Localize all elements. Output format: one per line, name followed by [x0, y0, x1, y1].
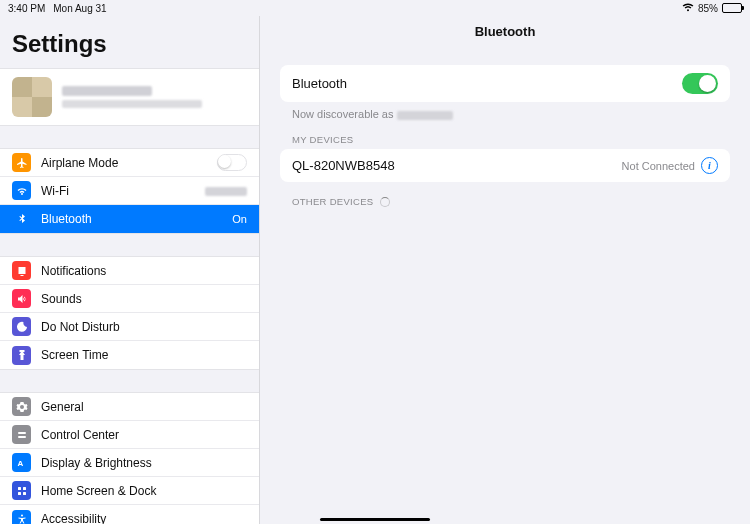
wifi-label: Wi-Fi — [41, 184, 195, 198]
device-info-button[interactable]: i — [701, 157, 718, 174]
battery-icon — [722, 3, 742, 13]
row-screen-time[interactable]: Screen Time — [0, 341, 259, 369]
apple-id-row[interactable] — [0, 68, 259, 126]
page-title: Bluetooth — [260, 24, 750, 39]
status-date: Mon Aug 31 — [53, 3, 106, 14]
profile-subtitle-redacted — [62, 100, 202, 108]
svg-rect-4 — [23, 487, 26, 490]
general-icon — [12, 397, 31, 416]
svg-point-7 — [21, 515, 23, 517]
airplane-label: Airplane Mode — [41, 156, 207, 170]
other-devices-header: OTHER DEVICES — [292, 196, 718, 207]
row-airplane-mode[interactable]: Airplane Mode — [0, 149, 259, 177]
notifications-label: Notifications — [41, 264, 247, 278]
home-indicator[interactable] — [320, 518, 430, 522]
status-time: 3:40 PM — [8, 3, 45, 14]
discoverable-text: Now discoverable as — [292, 108, 718, 120]
svg-rect-1 — [18, 436, 26, 438]
svg-rect-3 — [18, 487, 21, 490]
wifi-icon — [682, 3, 694, 14]
row-bluetooth[interactable]: Bluetooth On — [0, 205, 259, 233]
my-devices-header: MY DEVICES — [292, 134, 718, 145]
general-label: General — [41, 400, 247, 414]
bluetooth-label: Bluetooth — [41, 212, 222, 226]
control-center-label: Control Center — [41, 428, 247, 442]
svg-rect-0 — [18, 432, 26, 434]
svg-rect-6 — [23, 492, 26, 495]
row-general[interactable]: General — [0, 393, 259, 421]
dnd-label: Do Not Disturb — [41, 320, 247, 334]
battery-pct: 85% — [698, 3, 718, 14]
row-display-brightness[interactable]: A Display & Brightness — [0, 449, 259, 477]
svg-text:A: A — [17, 459, 23, 468]
home-dock-label: Home Screen & Dock — [41, 484, 247, 498]
wifi-row-icon — [12, 181, 31, 200]
accessibility-icon — [12, 510, 31, 525]
svg-rect-5 — [18, 492, 21, 495]
sounds-label: Sounds — [41, 292, 247, 306]
device-status: Not Connected — [622, 160, 695, 172]
accessibility-label: Accessibility — [41, 512, 247, 524]
avatar — [12, 77, 52, 117]
device-name: QL-820NWB8548 — [292, 158, 395, 173]
display-icon: A — [12, 453, 31, 472]
bluetooth-row-icon — [12, 210, 31, 229]
screen-time-label: Screen Time — [41, 348, 247, 362]
app-title: Settings — [0, 16, 259, 68]
bluetooth-toggle-label: Bluetooth — [292, 76, 347, 91]
row-dnd[interactable]: Do Not Disturb — [0, 313, 259, 341]
screen-time-icon — [12, 346, 31, 365]
bluetooth-toggle-row: Bluetooth — [280, 65, 730, 102]
bluetooth-toggle[interactable] — [682, 73, 718, 94]
profile-name-redacted — [62, 86, 152, 96]
dnd-icon — [12, 317, 31, 336]
wifi-value — [205, 185, 247, 197]
status-bar: 3:40 PM Mon Aug 31 85% — [0, 0, 750, 16]
home-dock-icon — [12, 481, 31, 500]
scanning-spinner — [380, 197, 390, 207]
display-label: Display & Brightness — [41, 456, 247, 470]
sounds-icon — [12, 289, 31, 308]
bluetooth-value: On — [232, 213, 247, 225]
row-notifications[interactable]: Notifications — [0, 257, 259, 285]
control-center-icon — [12, 425, 31, 444]
settings-sidebar: Settings Airplane Mode Wi-Fi — [0, 16, 260, 524]
detail-pane: Bluetooth Bluetooth Now discoverable as … — [260, 16, 750, 524]
row-accessibility[interactable]: Accessibility — [0, 505, 259, 524]
device-row[interactable]: QL-820NWB8548 Not Connected i — [280, 149, 730, 182]
notifications-icon — [12, 261, 31, 280]
airplane-toggle[interactable] — [217, 154, 247, 171]
row-control-center[interactable]: Control Center — [0, 421, 259, 449]
row-wifi[interactable]: Wi-Fi — [0, 177, 259, 205]
row-sounds[interactable]: Sounds — [0, 285, 259, 313]
row-home-screen-dock[interactable]: Home Screen & Dock — [0, 477, 259, 505]
airplane-icon — [12, 153, 31, 172]
